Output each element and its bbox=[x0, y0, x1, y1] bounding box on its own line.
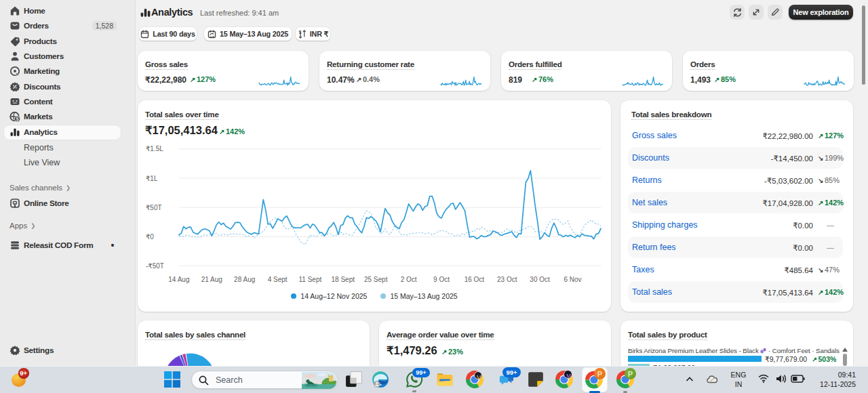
svg-text:M: M bbox=[476, 375, 481, 381]
svg-text:₹1L: ₹1L bbox=[146, 175, 158, 182]
svg-text:4 Sept: 4 Sept bbox=[268, 276, 288, 283]
svg-text:30 Oct: 30 Oct bbox=[530, 276, 550, 283]
svg-text:14 Aug: 14 Aug bbox=[168, 276, 189, 283]
svg-text:6 Nov: 6 Nov bbox=[564, 276, 581, 283]
svg-text:23 Oct: 23 Oct bbox=[497, 276, 517, 283]
svg-text:21 Aug: 21 Aug bbox=[201, 276, 222, 283]
svg-text:25 Sept: 25 Sept bbox=[364, 276, 388, 283]
svg-text:₹1.5L: ₹1.5L bbox=[146, 145, 163, 152]
svg-text:-₹50T: -₹50T bbox=[146, 262, 164, 270]
svg-text:M: M bbox=[566, 373, 571, 379]
svg-text:28 Aug: 28 Aug bbox=[234, 276, 255, 283]
svg-text:2 Oct: 2 Oct bbox=[401, 276, 417, 283]
svg-text:18 Sept: 18 Sept bbox=[332, 276, 355, 283]
svg-text:₹0: ₹0 bbox=[146, 233, 154, 241]
svg-text:9 Oct: 9 Oct bbox=[433, 276, 450, 283]
svg-text:11 Sept: 11 Sept bbox=[299, 276, 322, 283]
svg-text:16 Oct: 16 Oct bbox=[465, 276, 485, 283]
svg-text:₹50T: ₹50T bbox=[146, 204, 162, 211]
